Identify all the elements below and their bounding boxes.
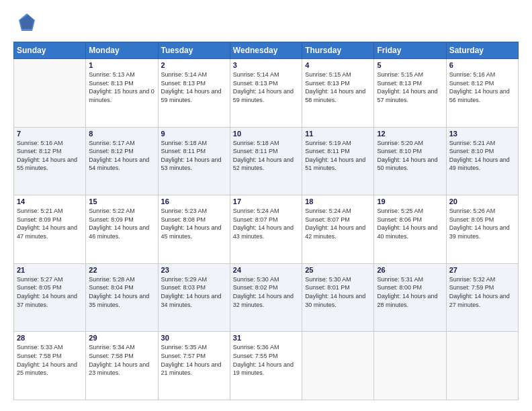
day-info: Sunrise: 5:17 AM Sunset: 8:12 PM Dayligh… [89,139,154,173]
calendar-cell: 22Sunrise: 5:28 AM Sunset: 8:04 PM Dayli… [86,263,158,332]
calendar-cell [446,332,518,400]
weekday-friday: Friday [374,42,446,59]
calendar-cell: 5Sunrise: 5:15 AM Sunset: 8:13 PM Daylig… [374,59,446,128]
day-number: 22 [89,266,154,274]
day-number: 18 [305,197,371,205]
day-number: 30 [161,334,227,342]
calendar-cell: 17Sunrise: 5:24 AM Sunset: 8:07 PM Dayli… [230,195,302,264]
calendar-cell [374,332,446,400]
day-number: 17 [233,197,299,205]
day-info: Sunrise: 5:33 AM Sunset: 7:58 PM Dayligh… [17,343,83,377]
day-number: 23 [161,266,227,274]
day-number: 11 [305,130,371,138]
day-info: Sunrise: 5:16 AM Sunset: 8:12 PM Dayligh… [449,71,515,104]
day-info: Sunrise: 5:30 AM Sunset: 8:02 PM Dayligh… [233,275,299,309]
calendar-cell: 6Sunrise: 5:16 AM Sunset: 8:12 PM Daylig… [446,59,518,128]
day-number: 4 [305,61,371,69]
calendar-cell: 15Sunrise: 5:22 AM Sunset: 8:09 PM Dayli… [86,195,158,264]
weekday-tuesday: Tuesday [158,42,230,59]
weekday-monday: Monday [86,42,158,59]
weekday-header-row: SundayMondayTuesdayWednesdayThursdayFrid… [14,42,519,59]
week-row-5: 28Sunrise: 5:33 AM Sunset: 7:58 PM Dayli… [14,332,519,400]
calendar-cell: 14Sunrise: 5:21 AM Sunset: 8:09 PM Dayli… [14,195,86,264]
day-info: Sunrise: 5:26 AM Sunset: 8:05 PM Dayligh… [449,207,515,240]
day-number: 29 [89,334,154,342]
week-row-1: 1Sunrise: 5:13 AM Sunset: 8:13 PM Daylig… [14,59,519,128]
weekday-saturday: Saturday [446,42,518,59]
day-number: 15 [89,197,154,205]
day-number: 2 [161,61,227,69]
day-info: Sunrise: 5:22 AM Sunset: 8:09 PM Dayligh… [89,207,154,240]
day-info: Sunrise: 5:31 AM Sunset: 8:00 PM Dayligh… [377,275,443,309]
calendar-cell: 3Sunrise: 5:14 AM Sunset: 8:13 PM Daylig… [230,59,302,128]
day-info: Sunrise: 5:30 AM Sunset: 8:01 PM Dayligh… [305,275,371,309]
day-number: 16 [161,197,227,205]
logo-icon [13,11,38,35]
day-info: Sunrise: 5:25 AM Sunset: 8:06 PM Dayligh… [377,207,443,240]
day-info: Sunrise: 5:23 AM Sunset: 8:08 PM Dayligh… [161,207,227,240]
calendar-cell [14,59,86,128]
day-info: Sunrise: 5:24 AM Sunset: 8:07 PM Dayligh… [305,207,371,240]
calendar-cell [302,332,374,400]
weekday-sunday: Sunday [14,42,86,59]
weekday-wednesday: Wednesday [230,42,302,59]
calendar-cell: 27Sunrise: 5:32 AM Sunset: 7:59 PM Dayli… [446,263,518,332]
day-number: 21 [17,266,83,274]
day-info: Sunrise: 5:15 AM Sunset: 8:13 PM Dayligh… [305,71,371,104]
calendar-cell: 4Sunrise: 5:15 AM Sunset: 8:13 PM Daylig… [302,59,374,128]
day-number: 31 [233,334,299,342]
day-number: 7 [17,130,83,138]
calendar-cell: 2Sunrise: 5:14 AM Sunset: 8:13 PM Daylig… [158,59,230,128]
calendar-cell: 11Sunrise: 5:19 AM Sunset: 8:11 PM Dayli… [302,127,374,195]
day-number: 25 [305,266,371,274]
calendar-cell: 8Sunrise: 5:17 AM Sunset: 8:12 PM Daylig… [86,127,158,195]
day-info: Sunrise: 5:35 AM Sunset: 7:57 PM Dayligh… [161,343,227,377]
calendar-cell: 24Sunrise: 5:30 AM Sunset: 8:02 PM Dayli… [230,263,302,332]
day-number: 6 [449,61,515,69]
day-number: 28 [17,334,83,342]
day-info: Sunrise: 5:13 AM Sunset: 8:13 PM Dayligh… [89,71,154,104]
day-number: 12 [377,130,443,138]
day-info: Sunrise: 5:21 AM Sunset: 8:10 PM Dayligh… [449,139,515,173]
logo [13,11,42,35]
calendar-cell: 20Sunrise: 5:26 AM Sunset: 8:05 PM Dayli… [446,195,518,264]
day-number: 24 [233,266,299,274]
day-info: Sunrise: 5:16 AM Sunset: 8:12 PM Dayligh… [17,139,83,173]
day-number: 10 [233,130,299,138]
page: SundayMondayTuesdayWednesdayThursdayFrid… [0,0,532,411]
header [13,11,519,35]
calendar-cell: 9Sunrise: 5:18 AM Sunset: 8:11 PM Daylig… [158,127,230,195]
calendar-cell: 31Sunrise: 5:36 AM Sunset: 7:55 PM Dayli… [230,332,302,400]
calendar-cell: 25Sunrise: 5:30 AM Sunset: 8:01 PM Dayli… [302,263,374,332]
calendar-cell: 1Sunrise: 5:13 AM Sunset: 8:13 PM Daylig… [86,59,158,128]
day-info: Sunrise: 5:19 AM Sunset: 8:11 PM Dayligh… [305,139,371,173]
day-number: 14 [17,197,83,205]
week-row-2: 7Sunrise: 5:16 AM Sunset: 8:12 PM Daylig… [14,127,519,195]
calendar-cell: 28Sunrise: 5:33 AM Sunset: 7:58 PM Dayli… [14,332,86,400]
day-number: 8 [89,130,154,138]
calendar-cell: 19Sunrise: 5:25 AM Sunset: 8:06 PM Dayli… [374,195,446,264]
day-number: 1 [89,61,154,69]
calendar-cell: 7Sunrise: 5:16 AM Sunset: 8:12 PM Daylig… [14,127,86,195]
day-number: 5 [377,61,443,69]
calendar-cell: 30Sunrise: 5:35 AM Sunset: 7:57 PM Dayli… [158,332,230,400]
calendar-cell: 26Sunrise: 5:31 AM Sunset: 8:00 PM Dayli… [374,263,446,332]
day-info: Sunrise: 5:27 AM Sunset: 8:05 PM Dayligh… [17,275,83,309]
day-info: Sunrise: 5:34 AM Sunset: 7:58 PM Dayligh… [89,343,154,377]
calendar-cell: 29Sunrise: 5:34 AM Sunset: 7:58 PM Dayli… [86,332,158,400]
day-info: Sunrise: 5:24 AM Sunset: 8:07 PM Dayligh… [233,207,299,240]
week-row-3: 14Sunrise: 5:21 AM Sunset: 8:09 PM Dayli… [14,195,519,264]
calendar-cell: 21Sunrise: 5:27 AM Sunset: 8:05 PM Dayli… [14,263,86,332]
day-number: 26 [377,266,443,274]
calendar-cell: 10Sunrise: 5:18 AM Sunset: 8:11 PM Dayli… [230,127,302,195]
calendar-cell: 18Sunrise: 5:24 AM Sunset: 8:07 PM Dayli… [302,195,374,264]
day-number: 19 [377,197,443,205]
day-info: Sunrise: 5:14 AM Sunset: 8:13 PM Dayligh… [233,71,299,104]
day-info: Sunrise: 5:36 AM Sunset: 7:55 PM Dayligh… [233,343,299,377]
day-info: Sunrise: 5:29 AM Sunset: 8:03 PM Dayligh… [161,275,227,309]
day-info: Sunrise: 5:18 AM Sunset: 8:11 PM Dayligh… [161,139,227,173]
calendar-cell: 23Sunrise: 5:29 AM Sunset: 8:03 PM Dayli… [158,263,230,332]
calendar-cell: 16Sunrise: 5:23 AM Sunset: 8:08 PM Dayli… [158,195,230,264]
day-info: Sunrise: 5:28 AM Sunset: 8:04 PM Dayligh… [89,275,154,309]
day-number: 9 [161,130,227,138]
